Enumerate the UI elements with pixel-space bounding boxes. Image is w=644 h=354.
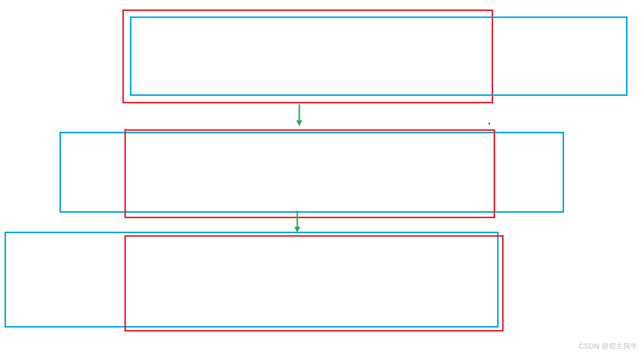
arrow-down-icon bbox=[295, 103, 304, 127]
row2-red-rect bbox=[124, 129, 495, 218]
svg-marker-1 bbox=[296, 120, 302, 126]
arrow-down-icon bbox=[293, 210, 302, 234]
row3-red-rect bbox=[124, 235, 504, 332]
watermark-text: CSDN @馆主阿牛 bbox=[579, 342, 638, 351]
stray-dot bbox=[489, 123, 490, 124]
row1-blue-rect bbox=[130, 16, 628, 96]
